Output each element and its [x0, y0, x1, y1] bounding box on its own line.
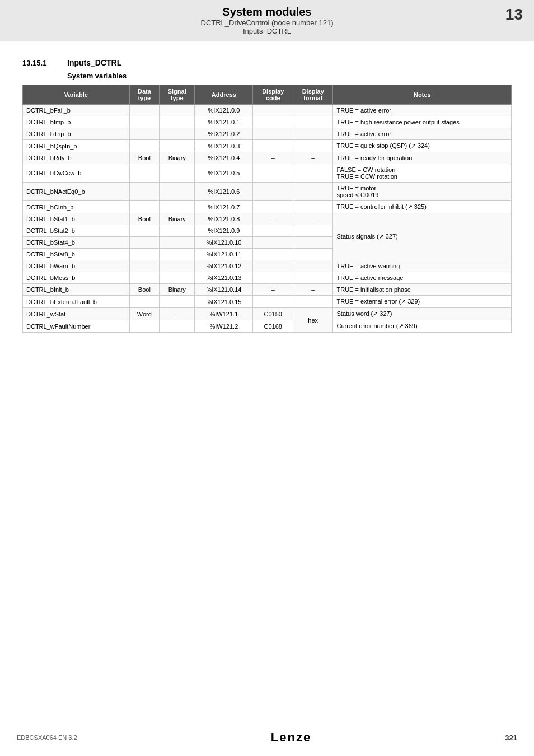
cell-display-format: – — [293, 152, 333, 164]
cell-variable: DCTRL_wStat — [23, 308, 130, 320]
cell-signal-type: Binary — [160, 152, 195, 164]
header-main-title: System modules — [34, 6, 500, 18]
cell-data-type: Bool — [129, 213, 160, 225]
cell-notes: TRUE = ready for operation — [333, 152, 512, 164]
cell-notes: Current error number (↗ 369) — [333, 320, 512, 333]
table-row: DCTRL_bTrip_b%IX121.0.2TRUE = active err… — [23, 128, 512, 140]
cell-notes: TRUE = quick stop (QSP) (↗ 324) — [333, 140, 512, 152]
cell-notes: FALSE = CW rotationTRUE = CCW rotation — [333, 164, 512, 183]
cell-display-code — [253, 237, 293, 249]
cell-address: %IX121.0.0 — [195, 105, 253, 116]
cell-address: %IX121.0.15 — [195, 296, 253, 308]
cell-address: %IX121.0.9 — [195, 225, 253, 237]
cell-signal-type — [160, 164, 195, 183]
cell-display-format — [293, 201, 333, 213]
cell-display-format — [293, 260, 333, 272]
cell-display-code: – — [253, 213, 293, 225]
content-area: 13.15.1 Inputs_DCTRL System variables Va… — [0, 41, 534, 344]
table-row: DCTRL_bCwCcw_b%IX121.0.5FALSE = CW rotat… — [23, 164, 512, 183]
footer-page: 321 — [505, 734, 517, 742]
col-notes: Notes — [333, 85, 512, 105]
cell-address: %IX121.0.8 — [195, 213, 253, 225]
cell-variable: DCTRL_bStat2_b — [23, 225, 130, 237]
table-row: DCTRL_bWarn_b%IX121.0.12TRUE = active wa… — [23, 260, 512, 272]
cell-display-format — [293, 183, 333, 201]
table-row: DCTRL_bStat1_bBoolBinary%IX121.0.8––Stat… — [23, 213, 512, 225]
cell-display-code — [253, 140, 293, 152]
cell-data-type — [129, 237, 160, 249]
section-number: 13.15.1 — [22, 59, 56, 67]
col-signal-type: Signaltype — [160, 85, 195, 105]
cell-address: %IX121.0.6 — [195, 183, 253, 201]
table-row: DCTRL_bFail_b%IX121.0.0TRUE = active err… — [23, 105, 512, 116]
cell-variable: DCTRL_bInit_b — [23, 284, 130, 296]
cell-signal-type: Binary — [160, 213, 195, 225]
cell-notes: TRUE = active error — [333, 128, 512, 140]
cell-notes: Status word (↗ 327) — [333, 308, 512, 320]
cell-signal-type — [160, 237, 195, 249]
cell-address: %IX121.0.10 — [195, 237, 253, 249]
table-row: DCTRL_bImp_b%IX121.0.1TRUE = high-resist… — [23, 116, 512, 128]
cell-variable: DCTRL_bImp_b — [23, 116, 130, 128]
cell-address: %IX121.0.1 — [195, 116, 253, 128]
cell-display-code — [253, 272, 293, 284]
cell-signal-type — [160, 225, 195, 237]
cell-signal-type — [160, 128, 195, 140]
cell-display-code — [253, 249, 293, 260]
cell-notes: TRUE = active error — [333, 105, 512, 116]
col-display-code: Displaycode — [253, 85, 293, 105]
cell-display-format — [293, 140, 333, 152]
section-title: Inputs_DCTRL — [67, 58, 121, 67]
cell-display-format — [293, 237, 333, 249]
cell-variable: DCTRL_bTrip_b — [23, 128, 130, 140]
variables-table: Variable Datatype Signaltype Address Dis… — [22, 85, 512, 333]
cell-display-code: – — [253, 152, 293, 164]
cell-variable: DCTRL_bStat4_b — [23, 237, 130, 249]
cell-data-type — [129, 272, 160, 284]
cell-signal-type: Binary — [160, 284, 195, 296]
cell-display-code — [253, 164, 293, 183]
cell-display-code — [253, 128, 293, 140]
cell-display-code — [253, 116, 293, 128]
cell-signal-type — [160, 183, 195, 201]
cell-data-type — [129, 320, 160, 333]
table-row: DCTRL_wStatWord–%IW121.1C0150hexStatus w… — [23, 308, 512, 320]
table-row: DCTRL_bCInh_b%IX121.0.7TRUE = controller… — [23, 201, 512, 213]
cell-notes: Status signals (↗ 327) — [333, 213, 512, 260]
cell-address: %IX121.0.5 — [195, 164, 253, 183]
cell-address: %IX121.0.11 — [195, 249, 253, 260]
cell-signal-type — [160, 140, 195, 152]
cell-address: %IX121.0.7 — [195, 201, 253, 213]
cell-display-code: C0168 — [253, 320, 293, 333]
header-sub2: Inputs_DCTRL — [34, 27, 500, 35]
cell-data-type — [129, 128, 160, 140]
cell-notes: TRUE = active message — [333, 272, 512, 284]
section-heading: 13.15.1 Inputs_DCTRL — [22, 58, 512, 67]
cell-address: %IW121.1 — [195, 308, 253, 320]
cell-variable: DCTRL_bQspIn_b — [23, 140, 130, 152]
cell-variable: DCTRL_bCwCcw_b — [23, 164, 130, 183]
cell-notes: TRUE = motorspeed < C0019 — [333, 183, 512, 201]
col-variable: Variable — [23, 85, 130, 105]
cell-address: %IX121.0.2 — [195, 128, 253, 140]
cell-signal-type — [160, 201, 195, 213]
cell-address: %IW121.2 — [195, 320, 253, 333]
cell-data-type — [129, 164, 160, 183]
cell-signal-type — [160, 249, 195, 260]
cell-address: %IX121.0.12 — [195, 260, 253, 272]
subsection-title: System variables — [67, 72, 512, 80]
cell-variable: DCTRL_bStat8_b — [23, 249, 130, 260]
header-title-block: System modules DCTRL_DriveControl (node … — [34, 6, 500, 35]
cell-data-type: Bool — [129, 152, 160, 164]
header-sub1: DCTRL_DriveControl (node number 121) — [34, 18, 500, 27]
cell-signal-type — [160, 260, 195, 272]
cell-display-code — [253, 296, 293, 308]
cell-data-type — [129, 296, 160, 308]
table-row: DCTRL_bRdy_bBoolBinary%IX121.0.4––TRUE =… — [23, 152, 512, 164]
cell-display-format: – — [293, 213, 333, 225]
cell-address: %IX121.0.13 — [195, 272, 253, 284]
cell-variable: DCTRL_bExternalFault_b — [23, 296, 130, 308]
cell-notes: TRUE = controller inhibit (↗ 325) — [333, 201, 512, 213]
cell-display-format — [293, 105, 333, 116]
cell-display-format — [293, 272, 333, 284]
